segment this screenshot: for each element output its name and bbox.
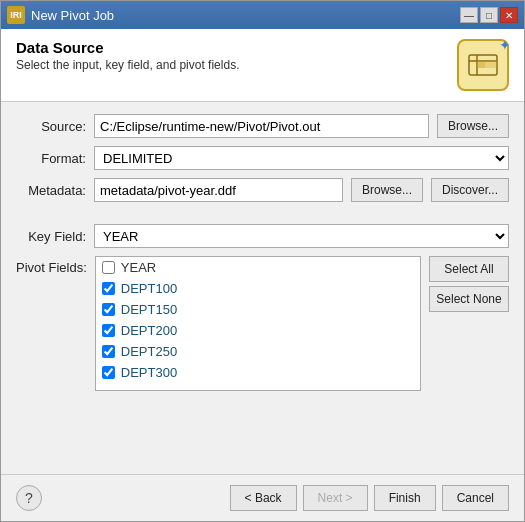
metadata-browse-button[interactable]: Browse... (351, 178, 423, 202)
format-row: Format: DELIMITED (16, 146, 509, 170)
pivot-list-item[interactable]: DEPT200 (96, 320, 420, 341)
pivot-item-checkbox[interactable] (102, 366, 115, 379)
next-button[interactable]: Next > (303, 485, 368, 511)
select-none-button[interactable]: Select None (429, 286, 509, 312)
title-bar-left: IRI New Pivot Job (7, 6, 114, 24)
maximize-button[interactable]: □ (480, 7, 498, 23)
svg-rect-3 (477, 61, 485, 68)
navigation-buttons: < Back Next > Finish Cancel (230, 485, 509, 511)
title-bar-controls: — □ ✕ (460, 7, 518, 23)
back-button[interactable]: < Back (230, 485, 297, 511)
key-field-label: Key Field: (16, 229, 86, 244)
pivot-fields-row: Pivot Fields: YEARDEPT100DEPT150DEPT200D… (16, 256, 509, 391)
pivot-action-buttons: Select All Select None (429, 256, 509, 312)
pivot-item-checkbox[interactable] (102, 282, 115, 295)
close-button[interactable]: ✕ (500, 7, 518, 23)
pivot-list-item[interactable]: DEPT250 (96, 341, 420, 362)
pivot-item-label: DEPT200 (121, 323, 177, 338)
source-label: Source: (16, 119, 86, 134)
discover-button[interactable]: Discover... (431, 178, 509, 202)
spark-icon: ✦ (499, 37, 511, 53)
pivot-list-item[interactable]: DEPT150 (96, 299, 420, 320)
help-area: ? (16, 485, 42, 511)
header-icon: ✦ (457, 39, 509, 91)
section-title: Data Source (16, 39, 239, 56)
header-text: Data Source Select the input, key field,… (16, 39, 239, 72)
pivot-list-item[interactable]: YEAR (96, 257, 420, 278)
key-field-select[interactable]: YEAR (94, 224, 509, 248)
source-input[interactable] (94, 114, 429, 138)
window-title: New Pivot Job (31, 8, 114, 23)
select-all-button[interactable]: Select All (429, 256, 509, 282)
pivot-item-checkbox[interactable] (102, 261, 115, 274)
pivot-list-item[interactable]: DEPT100 (96, 278, 420, 299)
svg-rect-4 (485, 61, 497, 68)
source-browse-button[interactable]: Browse... (437, 114, 509, 138)
pivot-list-item[interactable]: DEPT300 (96, 362, 420, 383)
bottom-bar: ? < Back Next > Finish Cancel (1, 474, 524, 521)
pivot-fields-list[interactable]: YEARDEPT100DEPT150DEPT200DEPT250DEPT300 (95, 256, 421, 391)
app-logo: IRI (7, 6, 25, 24)
pivot-item-checkbox[interactable] (102, 324, 115, 337)
pivot-item-label: DEPT100 (121, 281, 177, 296)
help-button[interactable]: ? (16, 485, 42, 511)
pivot-item-checkbox[interactable] (102, 345, 115, 358)
main-window: IRI New Pivot Job — □ ✕ Data Source Sele… (0, 0, 525, 522)
title-bar: IRI New Pivot Job — □ ✕ (1, 1, 524, 29)
pivot-item-label: DEPT300 (121, 365, 177, 380)
pivot-item-label: DEPT150 (121, 302, 177, 317)
pivot-item-label: DEPT250 (121, 344, 177, 359)
pivot-fields-label: Pivot Fields: (16, 256, 87, 275)
pivot-item-checkbox[interactable] (102, 303, 115, 316)
section-subtitle: Select the input, key field, and pivot f… (16, 58, 239, 72)
pivot-icon (467, 49, 499, 81)
key-field-row: Key Field: YEAR (16, 224, 509, 248)
cancel-button[interactable]: Cancel (442, 485, 509, 511)
pivot-item-label: YEAR (121, 260, 156, 275)
source-row: Source: Browse... (16, 114, 509, 138)
metadata-row: Metadata: Browse... Discover... (16, 178, 509, 202)
minimize-button[interactable]: — (460, 7, 478, 23)
format-select[interactable]: DELIMITED (94, 146, 509, 170)
format-label: Format: (16, 151, 86, 166)
metadata-label: Metadata: (16, 183, 86, 198)
section-header: Data Source Select the input, key field,… (1, 29, 524, 102)
spacer1 (16, 210, 509, 216)
form-area: Source: Browse... Format: DELIMITED Meta… (1, 102, 524, 474)
finish-button[interactable]: Finish (374, 485, 436, 511)
metadata-input[interactable] (94, 178, 343, 202)
